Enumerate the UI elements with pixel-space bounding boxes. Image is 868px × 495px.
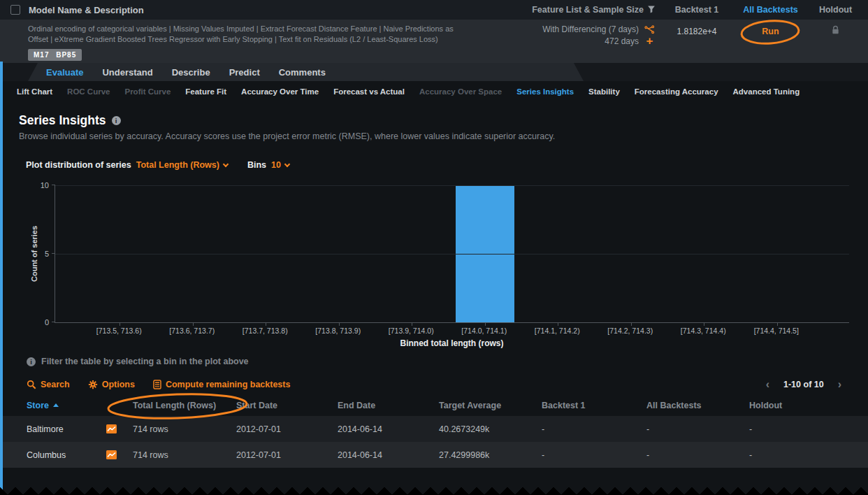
x-tick-mark (193, 323, 194, 326)
info-icon[interactable] (112, 116, 121, 125)
tab-strip: EvaluateUnderstandDescribePredictComment… (0, 63, 868, 81)
compute-remaining-backtests-button[interactable]: Compute remaining backtests (153, 380, 291, 389)
metric-dropdown-value: Total Length (Rows) (136, 160, 219, 170)
bins-dropdown[interactable]: 10 (271, 160, 289, 170)
gear-icon (88, 380, 98, 389)
search-button[interactable]: Search (27, 380, 70, 389)
search-label: Search (41, 380, 70, 389)
tab-describe[interactable]: Describe (172, 67, 210, 78)
model-select-checkbox[interactable] (10, 5, 20, 15)
x-tick-mark (777, 323, 778, 326)
all-backtests-column-header[interactable]: All Backtests (738, 5, 803, 15)
x-tick-mark (558, 323, 558, 326)
x-tick-mark (412, 323, 412, 326)
x-tick-mark (631, 323, 632, 326)
metric-dropdown[interactable]: Total Length (Rows) (136, 160, 228, 170)
x-tick-label: [714.1, 714.2) (521, 327, 594, 335)
cell-holdout: - (749, 424, 868, 434)
column-header-total-length[interactable]: Total Length (Rows) (133, 401, 236, 410)
previous-page-button[interactable]: ‹ (766, 380, 769, 389)
series-plot-icon[interactable] (106, 450, 133, 459)
x-tick-label: [713.7, 713.8) (229, 327, 302, 335)
backtest1-column-header[interactable]: Backtest 1 (656, 5, 738, 15)
y-tick-mark (52, 322, 55, 322)
mini-line-chart-icon (106, 450, 117, 459)
subtab-accuracy-over-time[interactable]: Accuracy Over Time (241, 87, 319, 96)
filter-funnel-icon[interactable] (647, 5, 656, 15)
tab-predict[interactable]: Predict (229, 67, 260, 78)
x-tick-label: [713.9, 714.0) (375, 327, 448, 335)
x-tick-label: [713.6, 713.7) (156, 327, 229, 335)
plot-controls: Plot distribution of series Total Length… (26, 160, 868, 170)
run-all-backtests-button[interactable]: Run (738, 20, 803, 63)
model-info: Ordinal encoding of categorical variable… (0, 20, 481, 63)
column-header-backtest1[interactable]: Backtest 1 (542, 401, 646, 410)
cell-total-length: 714 rows (133, 424, 236, 434)
x-tick-label: [713.5, 713.6) (82, 327, 156, 335)
tab-comments[interactable]: Comments (279, 67, 326, 78)
feature-list-cell: With Differencing (7 days) 472 days (481, 20, 656, 63)
store-header-label: Store (27, 401, 49, 410)
series-insights-content: Series Insights Browse individual series… (0, 102, 868, 468)
series-table: Store Total Length (Rows) Start Date End… (0, 395, 868, 468)
options-button[interactable]: Options (88, 380, 135, 389)
gridline (55, 185, 849, 186)
x-tick-mark (120, 323, 120, 326)
backtest1-score: 1.8182e+4 (656, 20, 738, 63)
cell-store: Baltimore (27, 424, 106, 434)
subtab-advanced-tuning[interactable]: Advanced Tuning (733, 87, 800, 96)
x-tick-label: [714.2, 714.3) (594, 327, 667, 335)
add-sample-size-icon[interactable] (644, 38, 656, 45)
info-icon (27, 357, 36, 366)
subtab-forecast-vs-actual[interactable]: Forecast vs Actual (333, 87, 405, 96)
next-page-button[interactable]: › (838, 380, 841, 389)
cell-backtest1: - (542, 450, 646, 460)
column-header-store[interactable]: Store (27, 401, 106, 410)
cell-store: Columbus (27, 450, 106, 460)
x-tick-mark (485, 323, 486, 326)
table-row: Baltimore 714 rows2012-07-012014-06-1440… (0, 416, 868, 442)
x-tick-label: [714.3, 714.4) (667, 327, 740, 335)
table-header: Store Total Length (Rows) Start Date End… (0, 395, 868, 416)
tab-understand[interactable]: Understand (102, 67, 152, 78)
feature-list-column-header: Feature List & Sample Size (481, 5, 656, 15)
table-row: Columbus 714 rows2012-07-012014-06-1427.… (0, 442, 868, 468)
gridline (55, 254, 849, 254)
cell-start-date: 2012-07-01 (236, 450, 338, 460)
x-tick-label: [714.0, 714.1) (448, 327, 521, 335)
cell-target-average: 40.2673249k (439, 424, 542, 434)
torn-screenshot-edge (0, 487, 868, 495)
holdout-lock-icon (803, 20, 868, 63)
column-header-all-backtests[interactable]: All Backtests (646, 401, 749, 410)
calculator-icon (153, 380, 161, 389)
feature-list-value[interactable]: With Differencing (7 days) (542, 24, 639, 34)
subtab-forecasting-accuracy[interactable]: Forecasting Accuracy (635, 87, 718, 96)
feature-list-column-label: Feature List & Sample Size (532, 5, 644, 15)
model-list-header: Model Name & Description Feature List & … (0, 0, 868, 20)
column-header-target-average[interactable]: Target Average (439, 401, 542, 410)
cell-start-date: 2012-07-01 (236, 424, 338, 434)
plot-distribution-label: Plot distribution of series (26, 160, 131, 170)
blueprint-branch-icon[interactable] (644, 25, 656, 34)
column-header-end-date[interactable]: End Date (338, 401, 439, 410)
series-plot-icon[interactable] (106, 424, 133, 433)
options-label: Options (102, 380, 135, 389)
subtab-lift-chart[interactable]: Lift Chart (17, 87, 52, 96)
filter-note: Filter the table by selecting a bin in t… (27, 357, 868, 366)
sample-size-value: 472 days (605, 36, 639, 46)
cell-end-date: 2014-06-14 (338, 450, 439, 460)
y-tick-label: 5 (45, 250, 49, 258)
page-subtitle: Browse individual series by accuracy. Ac… (19, 131, 868, 141)
search-icon (27, 380, 36, 389)
subtab-stability[interactable]: Stability (588, 87, 620, 96)
tab-evaluate[interactable]: Evaluate (46, 67, 83, 78)
model-name-column-header: Model Name & Description (29, 5, 481, 15)
cell-all-backtests: - (646, 424, 749, 434)
column-header-holdout[interactable]: Holdout (749, 401, 868, 410)
model-description: Ordinal encoding of categorical variable… (28, 24, 472, 45)
column-header-start-date[interactable]: Start Date (236, 401, 338, 410)
holdout-column-header[interactable]: Holdout (803, 5, 868, 15)
subtab-feature-fit[interactable]: Feature Fit (185, 87, 226, 96)
subtab-series-insights[interactable]: Series Insights (516, 87, 574, 96)
mini-line-chart-icon (106, 424, 117, 433)
